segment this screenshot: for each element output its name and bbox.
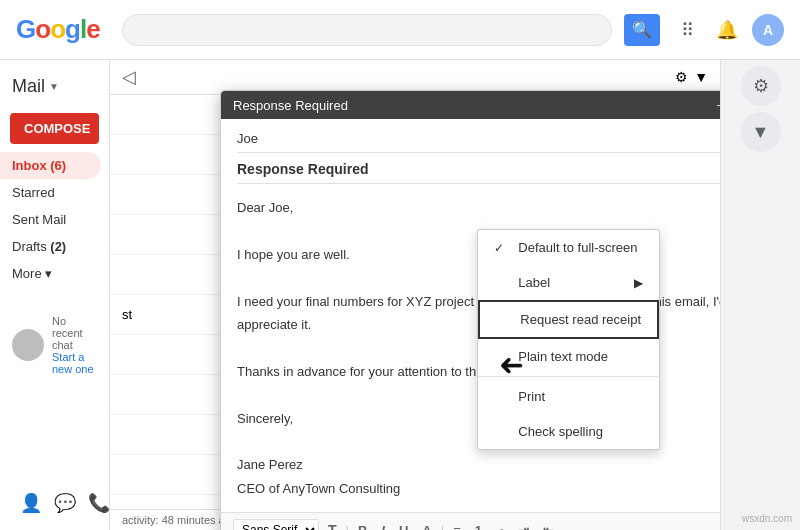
mail-label[interactable]: Mail ▼: [0, 68, 109, 105]
bold-button[interactable]: B: [353, 521, 372, 530]
mail-dropdown-arrow: ▼: [49, 81, 59, 92]
notifications-icon[interactable]: 🔔: [712, 15, 742, 45]
submenu-arrow-icon: ▶: [634, 276, 643, 290]
right-panel: ⚙ ▼: [720, 60, 800, 530]
right-panel-dropdown[interactable]: ▼: [741, 112, 781, 152]
dropdown-label: Request read receipt: [520, 312, 641, 327]
minimize-button[interactable]: ─: [717, 97, 720, 113]
top-right-icons: ⠿ 🔔 A: [672, 14, 784, 46]
compose-to: Joe: [237, 131, 720, 153]
ordered-list-button[interactable]: 1.: [470, 521, 491, 530]
compose-button[interactable]: COMPOSE: [10, 113, 99, 144]
search-bar[interactable]: [122, 14, 612, 46]
font-family-select[interactable]: Sans Serif: [233, 519, 319, 530]
person-icon[interactable]: 👤: [20, 492, 42, 514]
google-logo: Google: [16, 14, 100, 45]
sidebar: Mail ▼ COMPOSE Inbox (6) Starred Sent Ma…: [0, 60, 110, 530]
dropdown-label: Default to full-screen: [518, 240, 637, 255]
dropdown-item-label[interactable]: Label ▶: [478, 265, 659, 300]
dropdown-item-print[interactable]: Print: [478, 379, 659, 414]
no-recent-chat: No recent chat Start a new one: [52, 315, 97, 375]
mail-text: Mail: [12, 76, 45, 97]
sidebar-item-inbox[interactable]: Inbox (6): [0, 152, 101, 179]
dropdown-item-read-receipt[interactable]: Request read receipt: [478, 300, 659, 339]
unordered-list-button[interactable]: •: [495, 521, 510, 530]
watermark: wsxdn.com: [742, 513, 792, 524]
compose-title: Response Required: [233, 98, 717, 113]
check-icon: ✓: [494, 241, 510, 255]
search-button[interactable]: 🔍: [624, 14, 660, 46]
grid-icon[interactable]: ⠿: [672, 15, 702, 45]
dropdown-label: Check spelling: [518, 424, 603, 439]
compose-titlebar: Response Required ─ ⤢ ✕: [221, 91, 720, 119]
chat-avatar: [12, 329, 44, 361]
sidebar-item-starred[interactable]: Starred: [0, 179, 101, 206]
indent-button[interactable]: ⇥: [513, 521, 534, 530]
sidebar-item-drafts[interactable]: Drafts (2): [0, 233, 101, 260]
sidebar-bottom-icons: 👤 💬 📞: [8, 484, 122, 522]
search-input[interactable]: [135, 22, 599, 38]
align-button[interactable]: ≡: [448, 521, 466, 530]
avatar[interactable]: A: [752, 14, 784, 46]
underline-button[interactable]: U: [394, 521, 413, 530]
dropdown-label: Plain text mode: [518, 349, 608, 364]
top-bar: Google 🔍 ⠿ 🔔 A: [0, 0, 800, 60]
sidebar-item-more[interactable]: More ▾: [0, 260, 109, 287]
chat-section-sidebar: No recent chat Start a new one: [0, 307, 109, 383]
gear-icon[interactable]: ⚙: [675, 69, 688, 85]
strikethrough-button[interactable]: A: [417, 521, 436, 530]
compose-formatting-toolbar: Sans Serif T | B I U A | ≡ 1. • ⇥ ⇤: [221, 512, 720, 530]
outdent-button[interactable]: ⇤: [538, 521, 559, 530]
sidebar-item-sent[interactable]: Sent Mail: [0, 206, 101, 233]
email-toolbar-icons: ⚙ ▼: [675, 69, 708, 85]
content-area: ◁ ⚙ ▼ 📎 Aug 2 📎 Jul 2 📎: [110, 60, 720, 530]
chat-icon[interactable]: 💬: [54, 492, 76, 514]
compose-controls: ─ ⤢ ✕: [717, 97, 720, 113]
italic-button[interactable]: I: [376, 521, 390, 530]
dropdown-menu: ✓ Default to full-screen Label ▶ Request…: [477, 229, 660, 450]
main-layout: Mail ▼ COMPOSE Inbox (6) Starred Sent Ma…: [0, 60, 800, 530]
dropdown-label: Print: [518, 389, 545, 404]
font-size-button[interactable]: T: [323, 520, 342, 530]
toolbar-dropdown-icon[interactable]: ▼: [694, 69, 708, 85]
arrow-annotation: ➜: [499, 347, 524, 382]
compose-subject: Response Required: [237, 161, 720, 184]
dropdown-label: Label: [518, 275, 550, 290]
nav-left-icon[interactable]: ◁: [122, 66, 136, 88]
phone-icon[interactable]: 📞: [88, 492, 110, 514]
dropdown-item-check-spelling[interactable]: Check spelling: [478, 414, 659, 449]
right-panel-gear[interactable]: ⚙: [741, 66, 781, 106]
start-chat-link[interactable]: Start a new one: [52, 351, 94, 375]
dropdown-item-default-fullscreen[interactable]: ✓ Default to full-screen: [478, 230, 659, 265]
